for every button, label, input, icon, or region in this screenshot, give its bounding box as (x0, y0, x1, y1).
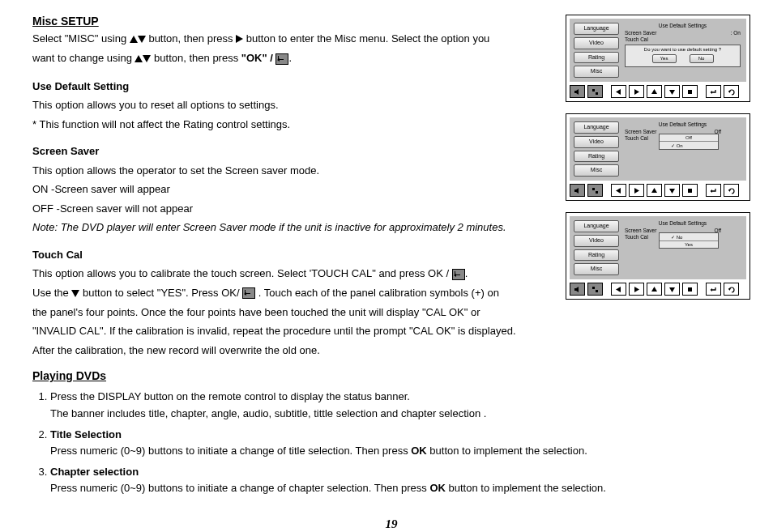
settings-icon[interactable] (587, 283, 603, 296)
svg-marker-16 (669, 189, 675, 194)
tab-misc[interactable]: Misc (574, 66, 619, 78)
triangle-right-icon (236, 31, 243, 47)
svg-rect-7 (688, 90, 692, 94)
option-off[interactable]: Off (660, 134, 718, 141)
settings-icon[interactable] (587, 184, 603, 197)
screen: Language Video Rating Misc Use Default S… (570, 19, 746, 82)
value: Off (714, 129, 741, 134)
touch-cal-line2: Use the button to select "YES". Press OK… (32, 285, 551, 301)
down-button[interactable] (664, 184, 680, 197)
device-panel-default-settings: Language Video Rating Misc Use Default S… (566, 15, 750, 102)
text: button, then press (154, 52, 241, 64)
tab-misc[interactable]: Misc (574, 164, 619, 177)
triangle-up-icon (135, 50, 143, 66)
left-button[interactable] (611, 283, 626, 296)
option-no[interactable]: ✓ No (660, 233, 718, 240)
return-button[interactable] (724, 283, 739, 296)
svg-rect-27 (688, 287, 692, 292)
no-button[interactable]: No (690, 54, 714, 63)
svg-marker-6 (669, 90, 675, 95)
control-strip (570, 181, 746, 197)
option-on[interactable]: ✓ On (660, 141, 718, 149)
svg-marker-5 (651, 89, 657, 94)
settings-icon[interactable] (587, 85, 603, 98)
tab-rating[interactable]: Rating (574, 52, 619, 64)
pane-header: Use Default Settings (623, 121, 742, 127)
svg-rect-1 (592, 89, 595, 92)
text: Use the (32, 287, 71, 299)
text: want to change using (32, 52, 135, 64)
svg-rect-17 (688, 189, 692, 193)
pane-header: Use Default Settings (623, 220, 742, 226)
tab-video[interactable]: Video (574, 136, 619, 148)
text: This option allows you to reset all opti… (32, 97, 551, 113)
triangle-down-icon (143, 50, 151, 66)
svg-marker-13 (616, 188, 621, 194)
right-button[interactable] (629, 184, 644, 197)
use-default-heading: Use Default Setting (32, 79, 551, 95)
tab-video[interactable]: Video (574, 235, 619, 247)
yes-button[interactable]: Yes (652, 54, 677, 63)
enter-button[interactable] (706, 85, 721, 98)
text: Press numeric (0~9) buttons to initiate … (50, 482, 429, 494)
tab-language[interactable]: Language (574, 220, 619, 232)
option-yes[interactable]: Yes (660, 240, 718, 248)
tab-video[interactable]: Video (574, 37, 619, 49)
text: button to implement the selection. (449, 482, 606, 494)
tab-rating[interactable]: Rating (574, 151, 619, 163)
control-strip (570, 279, 746, 296)
text: button, then press (148, 32, 236, 45)
return-button[interactable] (724, 85, 739, 98)
enter-icon (242, 287, 255, 299)
enter-icon (275, 53, 288, 65)
svg-marker-4 (634, 89, 639, 95)
label: Screen Saver (625, 30, 656, 36)
option-list: Off ✓ On (659, 134, 719, 150)
right-button[interactable] (629, 85, 644, 98)
screen-saver-note: Note: The DVD player will enter Screen S… (32, 219, 551, 236)
down-button[interactable] (664, 283, 680, 296)
text: ON -Screen saver will appear (32, 181, 551, 198)
speaker-icon[interactable] (570, 184, 585, 197)
up-button[interactable] (647, 85, 662, 98)
stop-button[interactable] (682, 283, 698, 296)
touch-cal-heading: Touch Cal (32, 247, 551, 263)
tab-misc[interactable]: Misc (574, 263, 619, 275)
text: Select "MISC" using (32, 32, 130, 45)
text: OFF -Screen saver will not appear (32, 201, 551, 217)
svg-marker-24 (634, 287, 639, 292)
stop-button[interactable] (682, 184, 698, 197)
svg-marker-28 (710, 288, 712, 292)
svg-marker-3 (616, 89, 621, 95)
text: . (465, 267, 468, 279)
screen-saver-heading: Screen Saver (32, 143, 551, 160)
enter-button[interactable] (706, 184, 721, 197)
right-button[interactable] (629, 283, 644, 296)
svg-marker-25 (651, 287, 657, 292)
text: This option allows the operator to set t… (32, 163, 551, 179)
up-button[interactable] (647, 283, 662, 296)
tab-language[interactable]: Language (574, 23, 619, 35)
down-button[interactable] (664, 85, 680, 98)
control-strip (570, 82, 746, 98)
ok-label: OK (429, 482, 448, 494)
left-button[interactable] (611, 184, 626, 197)
option-list: ✓ No Yes (659, 232, 719, 249)
tab-language[interactable]: Language (574, 121, 619, 134)
return-button[interactable] (724, 184, 739, 197)
label: Touch Cal (625, 36, 648, 42)
confirm-dialog: Do you want to use default setting ? Yes… (625, 45, 741, 67)
up-button[interactable] (647, 184, 662, 197)
tab-rating[interactable]: Rating (574, 249, 619, 262)
dialog-text: Do you want to use default setting ? (627, 47, 738, 52)
list-item: Title Selection Press numeric (0~9) butt… (50, 427, 750, 459)
device-panel-touch-cal: Language Video Rating Misc Use Default S… (566, 212, 750, 300)
enter-button[interactable] (706, 283, 721, 296)
left-button[interactable] (611, 85, 626, 98)
stop-button[interactable] (682, 85, 698, 98)
svg-rect-22 (596, 290, 598, 292)
svg-marker-14 (634, 188, 639, 194)
speaker-icon[interactable] (570, 85, 585, 98)
speaker-icon[interactable] (570, 283, 585, 296)
triangle-down-icon (138, 31, 146, 47)
